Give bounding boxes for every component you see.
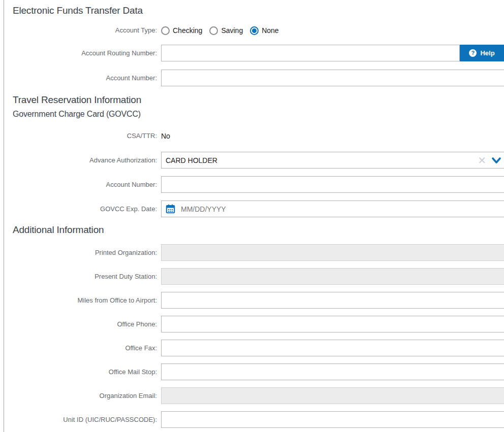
csa-ttr-row: CSA/TTR: No [4,131,504,141]
clear-icon[interactable]: ✕ [478,155,486,165]
govcc-account-number-row: Account Number: [4,176,504,193]
subtitle-govcc: Government Charge Card (GOVCC) [13,110,141,119]
advance-auth-value: CARD HOLDER [166,156,217,164]
printed-organization-input [161,244,504,261]
eft-account-number-input[interactable] [161,70,504,86]
miles-office-airport-input[interactable] [161,292,504,309]
radio-checking-icon[interactable] [161,26,170,35]
eft-account-number-label: Account Number: [4,70,157,86]
account-type-row: Account Type: Checking Saving None [4,25,504,36]
unit-id-label: Unit ID (UIC/RUC/PASSCODE): [4,411,157,428]
office-mail-stop-label: Office Mail Stop: [4,363,157,380]
radio-option-none[interactable]: None [250,26,278,35]
office-phone-input[interactable] [161,316,504,333]
eft-account-number-row: Account Number: [4,70,504,86]
section-title-travel: Travel Reservation Information [13,94,141,106]
radio-saving-label: Saving [221,26,243,35]
office-fax-row: Office Fax: [4,340,504,356]
present-duty-station-row: Present Duty Station: [4,268,504,285]
organization-email-input [161,387,504,404]
office-mail-stop-input[interactable] [161,363,504,380]
govcc-exp-date-row: GOVCC Exp. Date: [4,201,504,217]
office-fax-label: Office Fax: [4,340,157,356]
routing-number-row: Account Routing Number: ? Help [4,45,504,61]
present-duty-station-label: Present Duty Station: [4,268,157,285]
printed-organization-label: Printed Organization: [4,244,157,261]
section-title-eft: Electronic Funds Transfer Data [13,5,143,16]
miles-office-airport-label: Miles from Office to Airport: [4,292,157,309]
advance-auth-select[interactable]: CARD HOLDER ✕ [161,152,504,169]
routing-number-input[interactable] [161,45,460,61]
unit-id-input[interactable] [161,411,504,428]
govcc-account-number-input[interactable] [161,176,504,193]
radio-none-label: None [262,26,278,35]
radio-option-checking[interactable]: Checking [161,26,202,35]
organization-email-label: Organization Email: [4,387,157,404]
form-panel: Electronic Funds Transfer Data Account T… [4,0,504,432]
advance-auth-label: Advance Authorization: [4,152,157,169]
routing-number-label: Account Routing Number: [4,45,157,61]
help-button-label: Help [480,49,494,57]
office-mail-stop-row: Office Mail Stop: [4,363,504,380]
chevron-down-icon[interactable] [491,155,501,165]
unit-id-row: Unit ID (UIC/RUC/PASSCODE): [4,411,504,428]
printed-organization-row: Printed Organization: [4,244,504,261]
question-icon: ? [469,49,477,57]
radio-saving-icon[interactable] [209,26,218,35]
office-phone-row: Office Phone: [4,316,504,333]
csa-ttr-label: CSA/TTR: [4,131,157,141]
office-fax-input[interactable] [161,340,504,356]
present-duty-station-input [161,268,504,285]
office-phone-label: Office Phone: [4,316,157,333]
miles-office-airport-row: Miles from Office to Airport: [4,292,504,309]
section-title-additional: Additional Information [13,224,104,236]
account-type-radio-group: Checking Saving None [161,25,286,36]
csa-ttr-value: No [161,131,170,141]
help-button[interactable]: ? Help [460,45,504,61]
govcc-exp-date-label: GOVCC Exp. Date: [4,201,157,217]
govcc-account-number-label: Account Number: [4,176,157,193]
govcc-exp-date-input[interactable] [161,201,504,217]
radio-none-icon[interactable] [250,26,259,35]
radio-option-saving[interactable]: Saving [209,26,243,35]
calendar-icon[interactable] [165,204,176,214]
organization-email-row: Organization Email: [4,387,504,404]
account-type-label: Account Type: [4,25,157,36]
radio-checking-label: Checking [173,26,202,35]
advance-auth-row: Advance Authorization: CARD HOLDER ✕ [4,152,504,169]
